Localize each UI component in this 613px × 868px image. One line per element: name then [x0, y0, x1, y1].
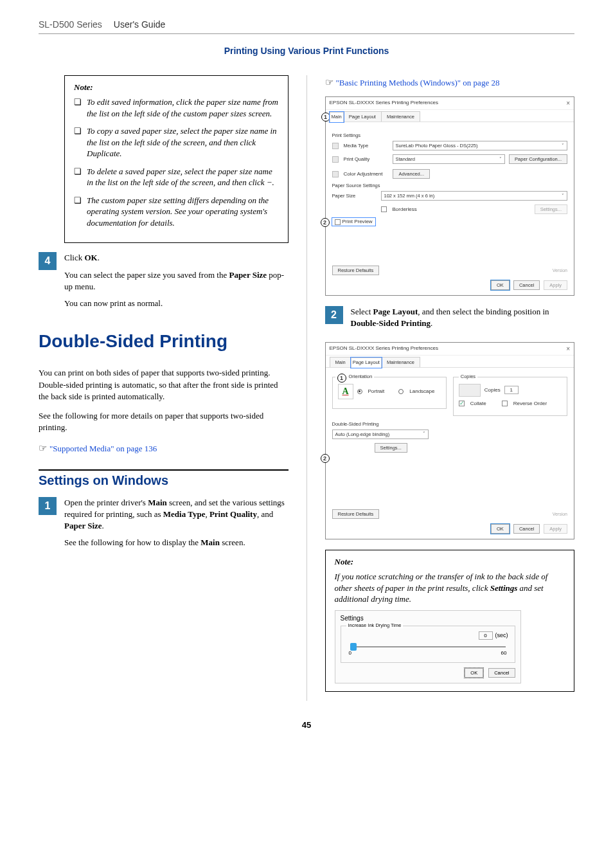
ok-button[interactable]: OK	[491, 280, 510, 290]
note-item: To edit saved information, click the pap…	[74, 96, 279, 119]
cancel-button[interactable]: Cancel	[513, 524, 540, 534]
header-product: SL-D500 Series	[39, 19, 102, 30]
note-item: To copy a saved paper size, select the p…	[74, 125, 279, 159]
ok-button[interactable]: OK	[465, 668, 483, 678]
media-type-select[interactable]: SureLab Photo Paper Gloss - DS(225)˅	[393, 141, 568, 150]
landscape-radio[interactable]	[398, 389, 404, 394]
borderless-checkbox[interactable]	[381, 206, 387, 212]
link-supported-media[interactable]: ☞"Supported Media" on page 136	[39, 441, 289, 455]
restore-defaults-button[interactable]: Restore Defaults	[332, 509, 380, 519]
cancel-button[interactable]: Cancel	[488, 668, 515, 678]
media-type-label: Media Type	[344, 143, 389, 149]
ink-drying-group-label: Increase Ink Drying Time	[346, 622, 404, 628]
note2-text: If you notice scratching or the transfer…	[335, 571, 565, 605]
print-preview-label: Print Preview	[342, 219, 373, 224]
drying-time-value[interactable]: 0	[479, 631, 493, 640]
body-paragraph: You can print on both sides of paper tha…	[39, 367, 289, 402]
print-quality-select[interactable]: Standard˅	[393, 154, 506, 164]
cancel-button[interactable]: Cancel	[513, 280, 540, 290]
tab-page-layout[interactable]: Page Layout	[351, 357, 382, 368]
step-2: 2 Select Page Layout, and then select th…	[325, 306, 575, 334]
chevron-down-icon: ˅	[423, 431, 425, 437]
slider-thumb-icon[interactable]	[350, 643, 357, 651]
header-guide: User's Guide	[114, 19, 165, 30]
portrait-radio[interactable]	[357, 389, 362, 394]
step4-line2: You can select the paper size you saved …	[64, 269, 289, 293]
print-quality-icon	[332, 156, 339, 163]
step-number: 1	[39, 497, 57, 515]
close-icon[interactable]: ×	[566, 100, 570, 107]
link-basic-printing[interactable]: ☞"Basic Printing Methods (Windows)" on p…	[325, 75, 575, 89]
advanced-button[interactable]: Advanced...	[393, 169, 430, 179]
note-box: Note: To edit saved information, click t…	[64, 75, 289, 243]
apply-button: Apply	[544, 524, 567, 534]
step-number: 2	[325, 306, 343, 324]
reverse-order-checkbox[interactable]	[502, 401, 508, 406]
double-sided-select[interactable]: Auto (Long-edge binding)˅	[332, 429, 429, 439]
color-adjustment-label: Color Adjustment	[344, 171, 383, 177]
slider-min: 0	[349, 650, 351, 656]
note-heading: Note:	[335, 557, 565, 567]
note-item: The custom paper size setting differs de…	[74, 195, 279, 229]
tab-maintenance[interactable]: Maintenance	[381, 111, 420, 122]
copies-input[interactable]: 1	[504, 386, 519, 394]
dialog-title: EPSON SL-DXXXX Series Printing Preferenc…	[330, 100, 438, 107]
print-preview-checkbox[interactable]	[335, 219, 341, 225]
borderless-settings-button: Settings...	[535, 204, 567, 214]
callout-2: 2	[321, 218, 330, 227]
step2-line: Select Page Layout, and then select the …	[351, 306, 575, 329]
callout-2: 2	[321, 454, 330, 463]
note-heading: Note:	[74, 82, 279, 93]
step-number: 4	[39, 252, 57, 270]
settings-dialog-title: Settings	[341, 615, 515, 622]
tab-main[interactable]: Main	[330, 112, 344, 122]
paper-configuration-button[interactable]: Paper Configuration...	[509, 154, 567, 164]
double-sided-settings-button[interactable]: Settings...	[375, 443, 407, 453]
dialog-title: EPSON SL-DXXXX Series Printing Preferenc…	[330, 345, 438, 352]
group-paper-source: Paper Source Settings	[332, 183, 568, 188]
step1-line2: See the following for how to display the…	[64, 537, 289, 548]
tab-maintenance[interactable]: Maintenance	[381, 357, 420, 367]
version-label: Version	[553, 512, 567, 516]
ok-button[interactable]: OK	[491, 524, 510, 534]
borderless-label: Borderless	[393, 206, 417, 212]
tab-page-layout[interactable]: Page Layout	[343, 111, 382, 122]
tab-main[interactable]: Main	[330, 357, 351, 367]
step4-line1: Click OK.	[64, 252, 289, 264]
pointer-icon: ☞	[325, 75, 333, 89]
heading-settings-windows: Settings on Windows	[39, 469, 289, 488]
note-item: To delete a saved paper size, select the…	[74, 166, 279, 188]
body-paragraph: See the following for more details on pa…	[39, 410, 289, 433]
printing-preferences-dialog-main: EPSON SL-DXXXX Series Printing Preferenc…	[325, 96, 575, 295]
group-print-settings: Print Settings	[332, 132, 568, 138]
close-icon[interactable]: ×	[566, 345, 570, 352]
color-adjustment-icon	[332, 171, 339, 177]
copies-icon	[459, 384, 481, 397]
step1-line1: Open the printer driver's Main screen, a…	[64, 497, 289, 532]
media-type-icon	[332, 143, 339, 149]
step-4: 4 Click OK. You can select the paper siz…	[39, 252, 289, 314]
chevron-down-icon: ˅	[562, 143, 564, 149]
paper-size-label: Paper Size	[332, 193, 377, 199]
settings-dialog: Settings Increase Ink Drying Time . 0 (s…	[335, 610, 521, 683]
chevron-down-icon: ˅	[499, 157, 502, 162]
note-box-2: Note: If you notice scratching or the tr…	[325, 550, 575, 692]
callout-1: 1	[321, 113, 330, 122]
step4-line3: You can now print as normal.	[64, 298, 289, 309]
heading-double-sided: Double-Sided Printing	[39, 331, 289, 352]
copies-group: Copies Copies 1 Collate Reverse Order	[453, 377, 567, 416]
page-number: 45	[39, 720, 574, 730]
restore-defaults-button[interactable]: Restore Defaults	[332, 266, 380, 275]
slider-max: 60	[501, 650, 507, 656]
collate-checkbox[interactable]	[459, 401, 465, 406]
orientation-group: 1 . Orientation A Portrait Landscape	[332, 377, 447, 409]
apply-button: Apply	[544, 280, 567, 290]
step-1: 1 Open the printer driver's Main screen,…	[39, 497, 289, 554]
group-double-sided: Double-Sided Printing	[332, 421, 568, 427]
pointer-icon: ☞	[39, 441, 47, 455]
paper-size-select[interactable]: 102 x 152 mm (4 x 6 in)˅	[381, 191, 568, 201]
drying-time-unit: (sec)	[495, 632, 508, 638]
chevron-down-icon: ˅	[562, 194, 564, 199]
header-rule	[39, 33, 574, 34]
drying-time-slider[interactable]	[350, 646, 506, 647]
